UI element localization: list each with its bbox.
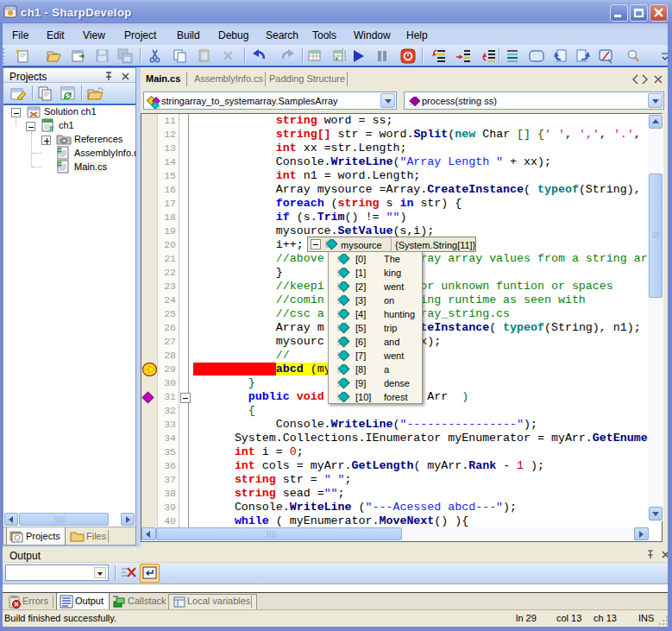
svg-text:#: #: [49, 124, 53, 133]
svg-text:#: #: [57, 146, 62, 155]
svg-text:#: #: [57, 160, 62, 169]
